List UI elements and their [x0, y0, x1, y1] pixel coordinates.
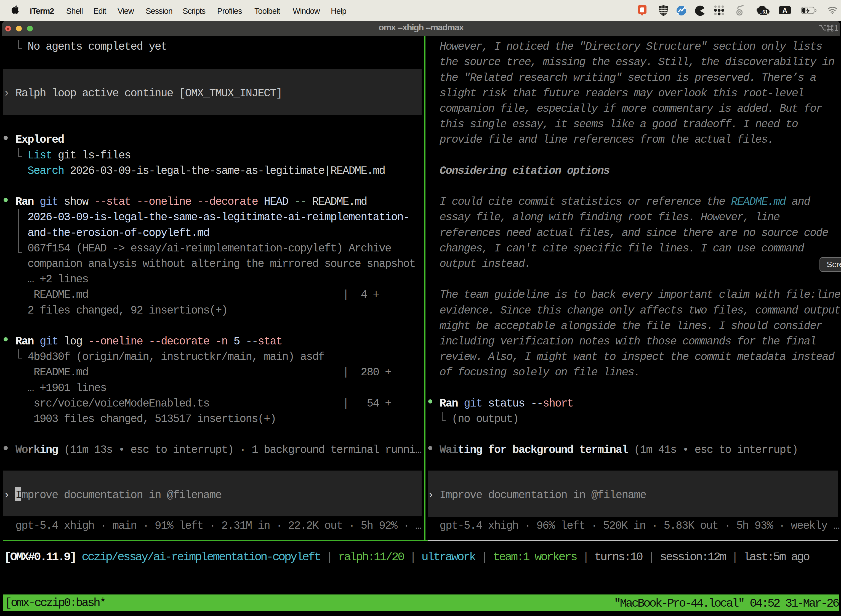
- svg-text:1: 1: [834, 23, 838, 32]
- svg-text:..61: ..61: [760, 9, 768, 15]
